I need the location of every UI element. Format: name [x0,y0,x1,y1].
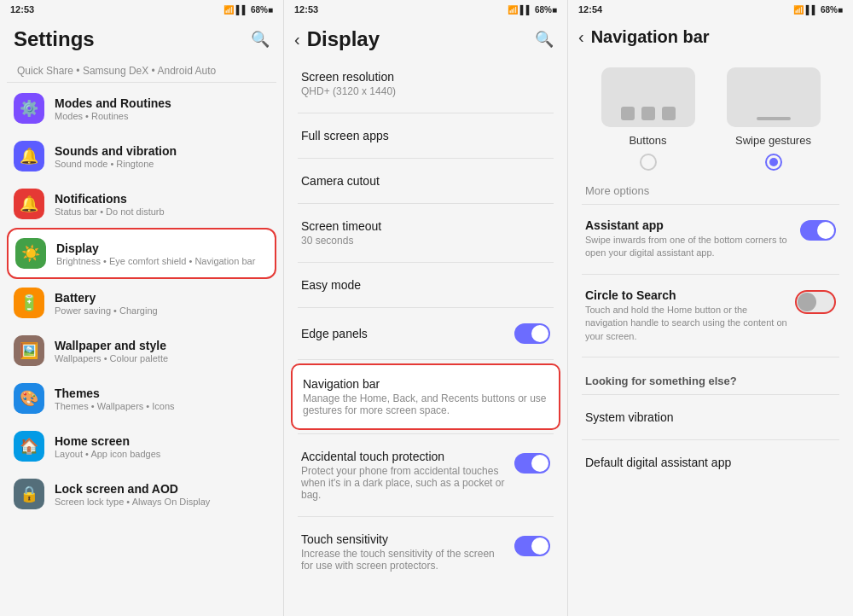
status-bar-2: 12:53 📶 ▌▌ 68%■ [284,0,567,19]
divider-timeout [298,262,554,263]
touchsens-toggle[interactable] [514,536,550,556]
settings-item-sounds[interactable]: 🔔 Sounds and vibration Sound mode • Ring… [7,132,276,180]
themes-title: Themes [55,386,270,400]
timeout-subtitle: 30 seconds [301,235,550,247]
settings-item-modes[interactable]: ⚙️ Modes and Routines Modes • Routines [7,84,276,132]
nav-item-assistant[interactable]: Assistant app Swipe inwards from one of … [575,208,846,270]
settings-item-display[interactable]: ☀️ Display Brightness • Eye comfort shie… [7,228,276,279]
assistant-subtitle: Swipe inwards from one of the bottom cor… [585,234,793,260]
btn-dot-3 [662,107,676,120]
lock-subtitle: Screen lock type • Always On Display [55,497,270,507]
search-icon-2[interactable]: 🔍 [535,30,554,49]
accidental-toggle[interactable] [514,453,550,474]
timeout-title: Screen timeout [301,219,550,233]
time-3: 12:54 [578,4,602,15]
quick-share-row: Quick Share • Samsung DeX • Android Auto [7,58,276,80]
display-item-resolution[interactable]: Screen resolution QHD+ (3120 x 1440) [291,58,560,109]
nav-item-default-assistant[interactable]: Default digital assistant app [575,444,846,481]
buttons-radio[interactable] [640,154,657,171]
buttons-preview [601,67,695,127]
accidental-subtitle: Protect your phone from accidental touch… [301,465,508,501]
signal-icon-2: ▌▌ [520,5,532,15]
notifications-subtitle: Status bar • Do not disturb [55,206,270,217]
battery-3: 68%■ [821,5,843,15]
divider-acc [298,516,554,517]
search-icon-1[interactable]: 🔍 [251,30,270,49]
notifications-title: Notifications [55,192,270,206]
navbar-title: Navigation bar [303,377,548,391]
wifi-icon-3: 📶 [793,5,804,15]
buttons-option[interactable]: Buttons [601,67,695,171]
circle-search-title: Circle to Search [585,288,788,302]
settings-item-wallpaper[interactable]: 🖼️ Wallpaper and style Wallpapers • Colo… [7,327,276,375]
divider-circle [582,357,839,357]
sounds-subtitle: Sound mode • Ringtone [55,159,270,169]
assistant-toggle-knob [817,222,834,239]
swipe-radio[interactable] [765,154,782,171]
themes-subtitle: Themes • Wallpapers • Icons [55,401,270,411]
settings-item-home[interactable]: 🏠 Home screen Layout • App icon badges [7,422,276,470]
fullscreen-title: Full screen apps [301,129,550,142]
back-arrow-3[interactable]: ‹ [578,27,584,47]
back-arrow-2[interactable]: ‹ [294,30,300,49]
settings-item-notifications[interactable]: 🔔 Notifications Status bar • Do not dist… [7,180,276,228]
swipe-label: Swipe gestures [735,134,811,147]
time-1: 12:53 [10,4,34,15]
modes-subtitle: Modes • Routines [55,111,270,121]
assistant-title: Assistant app [585,218,793,232]
circle-search-subtitle: Touch and hold the Home button or the na… [585,304,788,343]
sounds-title: Sounds and vibration [55,144,270,158]
btn-dot-2 [641,107,655,120]
notifications-icon: 🔔 [14,189,44,219]
nav-item-sys-vib[interactable]: System vibration [575,398,846,436]
display-item-touchsens[interactable]: Touch sensitivity Increase the touch sen… [291,520,560,584]
display-title: Display [56,241,268,255]
display-item-easymode[interactable]: Easy mode [291,266,560,304]
home-icon: 🏠 [14,431,44,462]
nav-panel: 12:54 📶 ▌▌ 68%■ ‹ Navigation bar Button [568,0,853,616]
settings-panel: 12:53 📶 ▌▌ 68%■ Settings 🔍 Quick Share •… [0,0,284,616]
divider-more [582,204,839,205]
nav-header: ‹ Navigation bar [568,19,853,54]
settings-item-battery[interactable]: 🔋 Battery Power saving • Charging [7,279,276,327]
divider-cut [298,203,554,204]
navbar-subtitle: Manage the Home, Back, and Recents butto… [303,392,548,416]
edge-toggle-knob [531,325,548,342]
time-2: 12:53 [294,4,318,15]
settings-header: Settings 🔍 [0,19,283,58]
nav-item-circle-search[interactable]: Circle to Search Touch and hold the Home… [575,278,846,353]
settings-item-themes[interactable]: 🎨 Themes Themes • Wallpapers • Icons [7,375,276,422]
accidental-title: Accidental touch protection [301,450,508,463]
touchsens-subtitle: Increase the touch sensitivity of the sc… [301,548,508,572]
battery-1: 68%■ [251,5,273,15]
buttons-label: Buttons [629,134,666,147]
divider-full [298,158,554,159]
divider-0 [7,82,276,83]
wallpaper-subtitle: Wallpapers • Colour palette [55,353,270,363]
display-header: ‹ Display 🔍 [284,19,567,58]
divider-res [298,113,554,113]
touchsens-title: Touch sensitivity [301,532,508,546]
easymode-title: Easy mode [301,278,550,292]
divider-edge [298,359,554,360]
assistant-toggle[interactable] [800,220,836,241]
resolution-title: Screen resolution [301,70,550,84]
display-item-cutout[interactable]: Camera cutout [291,162,560,200]
nav-panel-title: Navigation bar [591,27,710,47]
edge-toggle[interactable] [514,323,550,344]
swipe-option[interactable]: Swipe gestures [727,67,821,171]
display-item-timeout[interactable]: Screen timeout 30 seconds [291,207,560,259]
display-item-edge[interactable]: Edge panels [291,311,560,356]
themes-icon: 🎨 [14,383,44,414]
divider-easy [298,307,554,308]
settings-item-lock[interactable]: 🔒 Lock screen and AOD Screen lock type •… [7,470,276,518]
circle-search-toggle[interactable] [795,290,836,314]
swipe-bar [757,117,791,120]
display-item-fullscreen[interactable]: Full screen apps [291,117,560,154]
cutout-title: Camera cutout [301,174,550,188]
display-item-accidental[interactable]: Accidental touch protection Protect your… [291,438,560,513]
modes-title: Modes and Routines [55,96,270,110]
swipe-radio-inner [769,158,778,166]
battery-2: 68%■ [535,5,557,15]
display-item-navbar[interactable]: Navigation bar Manage the Home, Back, an… [291,363,560,430]
